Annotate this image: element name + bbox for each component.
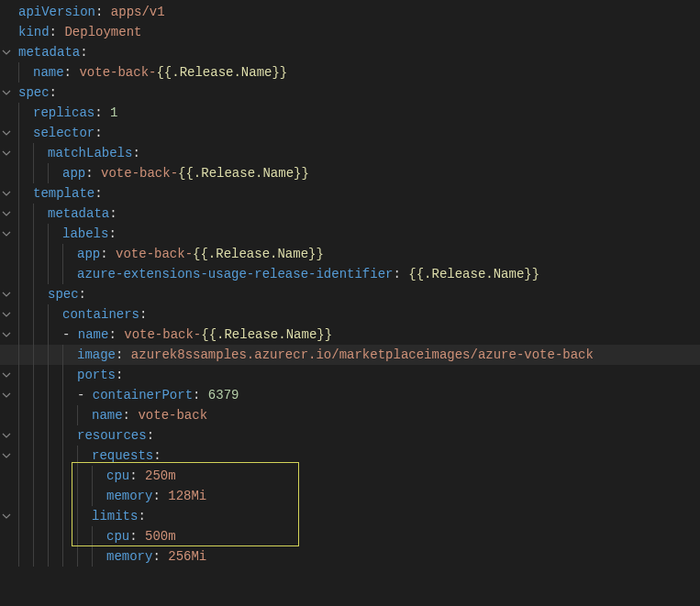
chevron-down-icon — [2, 370, 11, 380]
yaml-key: name — [92, 408, 123, 423]
code-line[interactable]: template: — [0, 183, 700, 204]
code-line[interactable]: app: vote-back-{{.Release.Name}} — [0, 163, 700, 183]
code-line[interactable]: name: vote-back-{{.Release.Name}} — [0, 62, 700, 83]
chevron-down-icon — [2, 330, 11, 339]
fold-gutter[interactable] — [0, 183, 13, 204]
yaml-value: apps/v1 — [111, 5, 165, 19]
code-line[interactable]: replicas: 1 — [0, 103, 700, 123]
chevron-down-icon — [2, 290, 11, 299]
yaml-key: name — [78, 327, 109, 342]
fold-gutter — [0, 405, 13, 425]
fold-gutter[interactable] — [0, 365, 13, 385]
code-line[interactable]: requests: — [0, 446, 700, 466]
fold-gutter — [0, 103, 13, 123]
yaml-key: template — [33, 186, 94, 201]
fold-gutter[interactable] — [0, 284, 13, 304]
yaml-value: 256Mi — [168, 549, 206, 564]
code-line[interactable]: cpu: 250m — [0, 466, 700, 486]
fold-gutter — [0, 546, 13, 567]
fold-gutter[interactable] — [0, 325, 13, 345]
yaml-value: vote-back- — [79, 65, 156, 80]
yaml-key: metadata — [18, 45, 80, 60]
yaml-key: ports — [77, 368, 116, 382]
code-line[interactable]: metadata: — [0, 204, 700, 224]
code-line[interactable]: - containerPort: 6379 — [0, 385, 700, 405]
code-line[interactable]: kind: Deployment — [0, 22, 700, 42]
yaml-key: cpu — [106, 529, 129, 544]
yaml-key: kind — [18, 25, 50, 39]
fold-gutter[interactable] — [0, 425, 13, 446]
code-line[interactable]: memory: 256Mi — [0, 546, 700, 567]
code-line[interactable]: limits: — [0, 506, 700, 526]
code-line[interactable]: containers: — [0, 304, 700, 325]
code-line[interactable]: name: vote-back — [0, 405, 700, 425]
fold-gutter — [0, 466, 13, 486]
yaml-key: spec — [48, 287, 79, 302]
fold-gutter[interactable] — [0, 42, 13, 62]
template-var: .Release.Name — [172, 65, 272, 80]
code-line[interactable]: spec: — [0, 83, 700, 103]
code-line[interactable]: azure-extensions-usage-release-identifie… — [0, 264, 700, 284]
fold-gutter[interactable] — [0, 385, 13, 405]
code-line[interactable]: metadata: — [0, 42, 700, 62]
fold-gutter[interactable] — [0, 224, 13, 244]
code-line[interactable]: image: azurek8ssamples.azurecr.io/market… — [0, 345, 700, 365]
chevron-down-icon — [2, 189, 11, 198]
fold-gutter[interactable] — [0, 83, 13, 103]
yaml-value: 250m — [145, 468, 176, 483]
yaml-value: 6379 — [208, 388, 239, 402]
yaml-key: azure-extensions-usage-release-identifie… — [77, 267, 393, 281]
fold-gutter — [0, 486, 13, 506]
fold-gutter — [0, 244, 13, 264]
fold-gutter — [0, 2, 13, 22]
fold-gutter[interactable] — [0, 506, 13, 526]
code-line[interactable]: matchLabels: — [0, 143, 700, 163]
code-line[interactable]: selector: — [0, 123, 700, 143]
yaml-key: labels — [62, 226, 108, 241]
code-line[interactable]: labels: — [0, 224, 700, 244]
chevron-down-icon — [2, 128, 11, 138]
yaml-key: app — [77, 247, 100, 261]
fold-gutter[interactable] — [0, 204, 13, 224]
yaml-key: requests — [92, 448, 153, 463]
yaml-key: replicas — [33, 105, 94, 120]
fold-gutter[interactable] — [0, 123, 13, 143]
code-line[interactable]: - name: vote-back-{{.Release.Name}} — [0, 325, 700, 345]
fold-gutter — [0, 22, 13, 42]
chevron-down-icon — [2, 391, 11, 400]
chevron-down-icon — [2, 88, 11, 97]
chevron-down-icon — [2, 149, 11, 158]
yaml-value: 500m — [145, 529, 176, 544]
fold-gutter — [0, 345, 13, 365]
yaml-key: metadata — [48, 206, 109, 221]
fold-gutter — [0, 264, 13, 284]
yaml-key: resources — [77, 428, 147, 443]
chevron-down-icon — [2, 451, 11, 460]
fold-gutter[interactable] — [0, 446, 13, 466]
code-line[interactable]: spec: — [0, 284, 700, 304]
yaml-key: image — [77, 347, 116, 362]
yaml-key: limits — [92, 509, 138, 523]
code-line[interactable]: app: vote-back-{{.Release.Name}} — [0, 244, 700, 264]
code-line[interactable]: resources: — [0, 425, 700, 446]
chevron-down-icon — [2, 48, 11, 57]
yaml-key: memory — [106, 549, 152, 564]
yaml-value: vote-back — [138, 408, 207, 423]
chevron-down-icon — [2, 209, 11, 218]
fold-gutter — [0, 526, 13, 546]
fold-gutter[interactable] — [0, 304, 13, 325]
yaml-key: spec — [18, 85, 50, 100]
code-line[interactable]: memory: 128Mi — [0, 486, 700, 506]
fold-gutter — [0, 163, 13, 183]
yaml-key: app — [62, 166, 85, 181]
yaml-key: name — [33, 65, 64, 80]
code-line[interactable]: cpu: 500m — [0, 526, 700, 546]
yaml-value: 1 — [110, 105, 117, 120]
code-line[interactable]: ports: — [0, 365, 700, 385]
code-line[interactable]: apiVersion: apps/v1 — [0, 2, 700, 22]
fold-gutter[interactable] — [0, 143, 13, 163]
yaml-key: matchLabels — [48, 146, 132, 160]
yaml-dash: - — [62, 327, 78, 342]
yaml-value: Deployment — [64, 25, 141, 39]
yaml-key: apiVersion — [18, 5, 95, 19]
